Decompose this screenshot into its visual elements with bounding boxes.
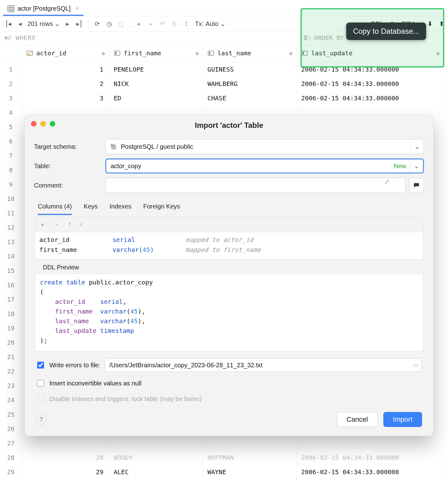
row-gutter[interactable]: 11 — [0, 206, 22, 220]
window-close-icon[interactable] — [31, 121, 37, 127]
cell-last-update[interactable]: 2006-02-15 04:34:33.000000 — [297, 450, 444, 465]
row-gutter[interactable]: 20 — [0, 335, 22, 350]
table-row[interactable]: 3 3 ED CHASE 2006-02-15 04:34:33.000000 — [0, 91, 448, 105]
stop-icon[interactable]: ▢ — [117, 19, 125, 28]
first-page-icon[interactable]: ⎮◂ — [4, 19, 12, 28]
cell-last-update[interactable]: 2006-02-15 04:34:33.000000 — [297, 91, 444, 105]
history-icon[interactable]: ◷ — [105, 19, 113, 28]
row-gutter[interactable]: 9 — [0, 177, 22, 192]
row-gutter[interactable]: 25 — [0, 407, 22, 422]
cell-last-update[interactable]: 2006-02-15 04:34:33.000000 — [297, 62, 444, 77]
refresh-icon[interactable]: ⟳ — [93, 19, 102, 28]
row-gutter[interactable]: 21 — [0, 350, 22, 364]
row-gutter[interactable]: 7 — [0, 148, 22, 163]
add-row-icon[interactable]: ＋ — [134, 19, 143, 28]
row-gutter[interactable]: 19 — [0, 321, 22, 335]
window-minimize-icon[interactable] — [40, 121, 46, 127]
tx-mode[interactable]: Auto — [206, 20, 218, 28]
column-header-last-update[interactable]: last_update ◆ — [297, 44, 444, 62]
row-gutter[interactable]: 10 — [0, 192, 22, 206]
cell-actor-id[interactable]: 29 — [22, 465, 109, 479]
submit-icon[interactable]: ↥ — [182, 19, 191, 28]
close-tab-icon[interactable]: × — [74, 5, 79, 12]
table-name-input[interactable]: actor_copy New ⌄ — [105, 158, 424, 173]
row-gutter[interactable]: 6 — [0, 134, 22, 148]
row-gutter[interactable]: 24 — [0, 393, 22, 407]
tx-caret-icon[interactable]: ⌄ — [220, 20, 226, 28]
table-row[interactable]: 29 29 ALEC WAYNE 2006-02-15 04:34:33.000… — [0, 465, 448, 479]
table-row[interactable]: 2 2 NICK WAHLBERG 2006-02-15 04:34:33.00… — [0, 77, 448, 91]
tab-indexes[interactable]: Indexes — [109, 203, 131, 215]
row-gutter[interactable]: 14 — [0, 249, 22, 264]
chevron-down-icon[interactable]: ⌄ — [410, 159, 423, 173]
column-def-row[interactable]: actor_idserialmapped to actor_id — [39, 235, 419, 245]
row-gutter[interactable]: 28 — [0, 450, 22, 465]
expand-icon[interactable]: ⤢ — [384, 178, 390, 185]
cell-actor-id[interactable]: 28 — [22, 450, 109, 465]
cell-last-update[interactable]: 2006-02-15 04:34:33.000000 — [297, 465, 444, 479]
cell-last-name[interactable]: GUINESS — [203, 62, 297, 77]
help-button[interactable]: ? — [36, 414, 47, 425]
editor-tab-actor[interactable]: actor [PostgreSQL] × — [3, 3, 83, 16]
sort-indicator-icon[interactable]: ◆ — [195, 49, 199, 57]
column-header-actor-id[interactable]: actor_id ◆ — [22, 44, 109, 62]
cell-last-update[interactable]: 2006-02-15 04:34:33.000000 — [297, 77, 444, 91]
cell-first-name[interactable]: ED — [109, 91, 203, 105]
cell-actor-id[interactable]: 2 — [22, 77, 109, 91]
row-gutter[interactable]: 18 — [0, 307, 22, 321]
cell-first-name[interactable]: NICK — [109, 77, 203, 91]
rows-count[interactable]: 201 rows — [27, 20, 53, 28]
upload-icon[interactable]: ⬆ — [439, 20, 444, 28]
row-gutter[interactable]: 2 — [0, 77, 22, 91]
where-clause-input[interactable]: WHERE — [16, 34, 36, 42]
commit-icon[interactable]: ⎘ — [170, 19, 179, 28]
row-gutter[interactable]: 26 — [0, 422, 22, 436]
filter-icon[interactable]: ▾⎚ — [4, 34, 11, 42]
column-def-row[interactable]: first_namevarchar(45)mapped to first_nam… — [39, 245, 419, 255]
folder-icon[interactable]: ▭ — [413, 361, 419, 369]
sort-indicator-icon[interactable]: ◆ — [102, 49, 105, 57]
write-errors-checkbox[interactable] — [37, 362, 44, 369]
cell-first-name[interactable]: PENELOPE — [109, 62, 203, 77]
prev-page-icon[interactable]: ◂ — [16, 19, 24, 28]
table-row[interactable]: 28 28 WOODY HOFFMAN 2006-02-15 04:34:33.… — [0, 450, 448, 465]
cell-actor-id[interactable]: 3 — [22, 91, 109, 105]
remove-row-icon[interactable]: － — [146, 19, 155, 28]
sort-indicator-icon[interactable]: ◆ — [436, 49, 440, 57]
comment-popup-button[interactable] — [409, 178, 424, 193]
insert-null-checkbox[interactable] — [37, 380, 44, 387]
target-schema-combo[interactable]: 🐘PostgreSQL / guest.public ⌄ — [105, 139, 424, 154]
row-gutter[interactable]: 22 — [0, 364, 22, 379]
write-errors-path-input[interactable]: /Users/JetBrains/actor_copy_2023-06-28_1… — [105, 358, 422, 372]
cell-actor-id[interactable]: 1 — [22, 62, 109, 77]
row-gutter[interactable]: 5 — [0, 120, 22, 134]
row-gutter[interactable]: 17 — [0, 292, 22, 307]
row-gutter[interactable]: 29 — [0, 465, 22, 479]
move-down-icon[interactable]: ↓ — [79, 220, 82, 229]
cell-last-name[interactable]: WAYNE — [203, 465, 297, 479]
column-header-first-name[interactable]: first_name ◆ — [109, 44, 203, 62]
column-header-last-name[interactable]: last_name ◆ — [203, 44, 297, 62]
window-zoom-icon[interactable] — [50, 121, 55, 127]
rows-caret-icon[interactable]: ⌄ — [55, 20, 60, 28]
revert-icon[interactable]: ↶ — [158, 19, 167, 28]
row-gutter[interactable]: 4 — [0, 105, 22, 120]
cell-first-name[interactable]: WOODY — [109, 450, 203, 465]
chevron-down-icon[interactable]: ⌄ — [411, 139, 424, 154]
row-gutter[interactable]: 15 — [0, 264, 22, 278]
cancel-button[interactable]: Cancel — [337, 412, 377, 427]
row-gutter[interactable]: 1 — [0, 62, 22, 77]
row-gutter[interactable]: 13 — [0, 235, 22, 249]
tab-columns[interactable]: Columns (4) — [38, 203, 72, 215]
row-gutter[interactable]: 23 — [0, 379, 22, 393]
remove-column-icon[interactable]: － — [54, 220, 60, 229]
row-gutter[interactable]: 3 — [0, 91, 22, 105]
move-up-icon[interactable]: ↑ — [68, 220, 71, 229]
sort-indicator-icon[interactable]: ◆ — [289, 49, 293, 57]
cell-last-name[interactable]: WAHLBERG — [203, 77, 297, 91]
ddl-preview[interactable]: create table public.actor_copy( actor_id… — [35, 274, 423, 351]
cell-last-name[interactable]: HOFFMAN — [203, 450, 297, 465]
import-button[interactable]: Import — [383, 412, 422, 427]
table-row[interactable]: 1 1 PENELOPE GUINESS 2006-02-15 04:34:33… — [0, 62, 448, 77]
add-column-icon[interactable]: ＋ — [39, 220, 46, 229]
